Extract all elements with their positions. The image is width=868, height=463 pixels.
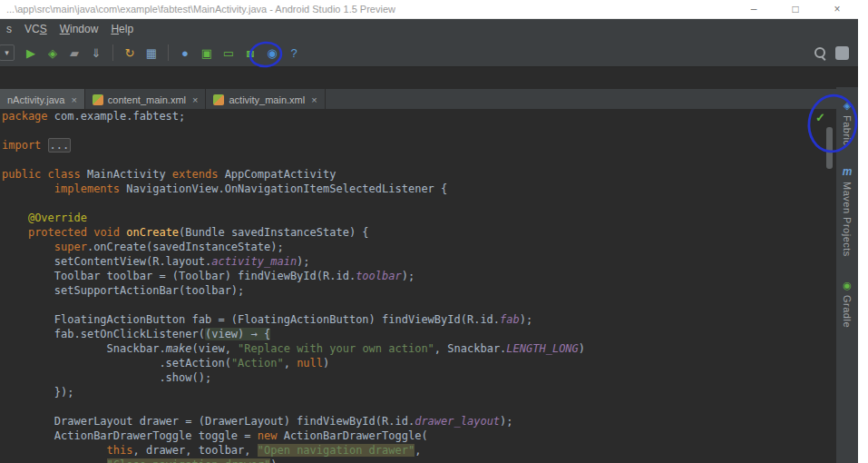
sync-project-icon[interactable]: ↻ [120,43,140,63]
device-monitor-icon[interactable]: ▣ [197,43,217,63]
toolbar-left-group: ▾▶◈▰⇓↻▦●▣▭◙◉? [3,43,304,63]
code-segment: extends [172,168,225,181]
attach-debugger-icon[interactable]: ⇓ [86,43,106,63]
tool-button-label: Fabric [842,115,853,146]
maven-tool-icon: m [843,166,853,177]
screenshot-root: { "window": { "title": "...\\app\\src\\m… [0,0,868,463]
code-segment: Snackbar. [2,342,166,355]
sdk-manager-icon[interactable]: ◙ [240,43,260,63]
code-segment: public class [2,168,87,181]
search-icon[interactable] [814,47,826,59]
menu-item-vcs[interactable]: VCS [18,21,54,37]
toolbar-right-group [814,46,849,60]
code-segment: setSupportActionBar(toolbar); [2,284,244,297]
avd-manager-icon[interactable]: ▭ [219,43,239,63]
code-segment: com.example.fabtest; [54,110,186,123]
code-editor[interactable]: package com.example.fabtest;import ...pu… [0,109,836,463]
code-segment: fab [500,313,520,326]
code-line: }); [2,385,836,399]
run-icon[interactable]: ▶ [21,43,41,63]
editor-scrollbar-thumb[interactable] [826,127,833,169]
profile-icon[interactable]: ▰ [64,43,84,63]
tab-nactivity-java[interactable]: nActivity.java× [0,89,85,111]
code-line: "Close navigation drawer"); [2,458,836,463]
minimize-button[interactable]: – [733,0,775,18]
run-with-coverage-icon[interactable]: ◈ [43,43,63,63]
code-line: fab.setOnClickListener((view) → { [2,327,836,341]
tool-button-gradle[interactable]: ◉Gradle [842,280,853,328]
project-structure-icon[interactable]: ▦ [141,43,161,63]
code-segment: protected void [28,226,126,239]
code-line: implements NavigationView.OnNavigationIt… [2,182,836,196]
code-segment [2,226,28,239]
fabric-icon[interactable]: ◉ [262,43,282,63]
code-segment: ... [48,138,72,153]
tab-close-icon[interactable]: × [71,94,76,105]
code-segment: NavigationView.OnNavigationItemSelectedL… [126,182,447,195]
code-segment: (view, [192,342,239,355]
tool-button-fabric[interactable]: ◈Fabric [842,100,853,146]
code-segment [2,241,54,253]
code-line [2,153,836,167]
code-segment: Toolbar toolbar = (Toolbar) findViewById… [2,270,356,282]
code-segment: AppCompatActivity [225,168,336,181]
code-segment [2,444,107,457]
main-toolbar: ▾▶◈▰⇓↻▦●▣▭◙◉? [0,39,858,67]
tab-activity-main-xml[interactable]: activity_main.xml× [206,89,325,111]
code-segment: @Override [28,212,87,224]
code-line: this, drawer, toolbar, "Open navigation … [2,443,836,458]
code-segment: LENGTH_LONG [506,342,578,355]
location-pin-icon[interactable]: ● [175,43,195,63]
code-segment: "Action" [231,357,284,369]
tab-close-icon[interactable]: × [192,94,198,105]
code-segment: ); [402,270,414,282]
menu-item-s[interactable]: s [0,21,18,37]
toolbar-separator [112,44,113,61]
tool-button-maven-projects[interactable]: mMaven Projects [842,166,853,257]
code-segment: "Replace with your own action" [238,342,434,355]
code-line: setSupportActionBar(toolbar); [2,283,836,298]
menu-item-window[interactable]: Window [54,21,105,37]
close-button[interactable]: × [816,0,858,18]
code-segment: , [284,357,297,369]
code-segment: .onCreate(savedInstanceState); [87,241,284,253]
tool-button-label: Gradle [842,295,853,328]
code-segment: package [2,110,54,123]
code-segment: , Snackbar. [434,342,506,355]
menu-item-help[interactable]: Help [104,21,140,37]
code-segment: onCreate [126,226,179,239]
window-title: ...\app\src\main\java\com\example\fabtes… [0,4,395,15]
code-segment: .show(); [2,371,211,384]
help-icon[interactable]: ? [284,43,304,63]
maximize-button[interactable]: □ [775,0,816,18]
code-area: package com.example.fabtest;import ...pu… [0,109,836,463]
code-line [2,298,836,312]
toolbar-separator [168,44,169,61]
code-segment: "Open navigation drawer" [258,444,414,457]
code-line [2,399,836,414]
tab-close-icon[interactable]: × [311,94,317,105]
code-line: package com.example.fabtest; [2,109,836,123]
code-line: .show(); [2,370,836,385]
tool-window-bar: ◈FabricmMaven Projects◉Gradle [836,87,858,463]
code-segment: ) [579,342,585,355]
code-line [2,196,836,211]
code-segment: setContentView(R.layout. [2,255,211,268]
user-avatar-icon[interactable] [835,46,849,60]
code-segment: fab.setOnClickListener( [2,328,205,340]
android-studio-window: ...\app\src\main\java\com\example\fabtes… [0,0,858,463]
run-configurations-dropdown[interactable]: ▾ [0,44,15,61]
inspection-status-icon[interactable]: ✓ [815,111,825,124]
code-segment: , drawer, toolbar, [133,444,258,457]
code-segment: this [107,444,133,457]
code-segment: ); [500,415,512,428]
code-segment: new [258,429,284,442]
code-segment: toolbar [356,270,402,282]
navigation-bar [0,67,858,89]
menu-bar: sVCSWindowHelp [0,19,858,39]
tab-content-main-xml[interactable]: content_main.xml× [85,89,207,111]
tab-label: content_main.xml [108,94,186,105]
code-segment [2,182,54,195]
code-line: public class MainActivity extends AppCom… [2,167,836,182]
code-line: DrawerLayout drawer = (DrawerLayout) fin… [2,414,836,429]
